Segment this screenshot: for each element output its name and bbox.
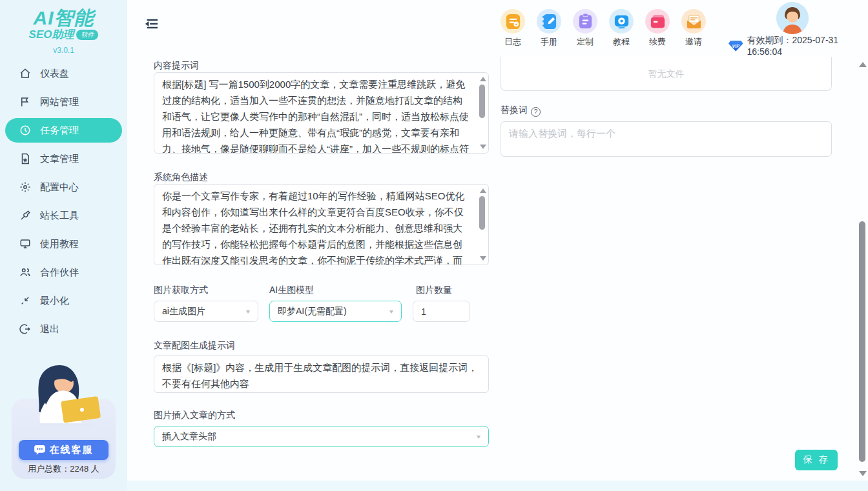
toolbar-item-manual[interactable]: 手册 bbox=[531, 9, 567, 48]
sidebar-item-label: 仪表盘 bbox=[40, 68, 69, 80]
user-avatar[interactable] bbox=[776, 2, 809, 34]
sidebar-item-partners[interactable]: 合作伙伴 bbox=[0, 258, 127, 286]
chat-bubble-icon bbox=[34, 445, 45, 455]
sidebar-item-label: 退出 bbox=[40, 323, 59, 336]
online-service-button[interactable]: 在线客服 bbox=[19, 440, 108, 460]
home-icon bbox=[19, 68, 31, 79]
textarea-scrollbar[interactable] bbox=[478, 74, 487, 152]
chevron-down-icon: ▾ bbox=[246, 308, 250, 315]
sidebar-item-dashboard[interactable]: 仪表盘 bbox=[0, 59, 127, 88]
scroll-thumb[interactable] bbox=[479, 196, 485, 230]
manual-icon bbox=[537, 9, 561, 34]
sidebar-menu: 仪表盘 网站管理 任务管理 文章管理 配置中心 站长工具 使用教程 合作伙伴 bbox=[0, 59, 127, 343]
ai-image-model-select[interactable]: 即梦AI(无需配置) ▾ bbox=[269, 301, 402, 322]
sidebar-item-label: 合作伙伴 bbox=[40, 266, 79, 279]
toolbar-item-custom[interactable]: 定制 bbox=[567, 9, 603, 48]
ai-image-model-label: AI生图模型 bbox=[269, 285, 314, 296]
wrench-icon bbox=[19, 210, 31, 221]
system-role-label: 系统角色描述 bbox=[154, 172, 208, 183]
chevron-down-icon: ▾ bbox=[389, 308, 393, 315]
sidebar-item-label: 网站管理 bbox=[40, 96, 79, 108]
minimize-icon bbox=[19, 295, 31, 306]
invite-icon bbox=[681, 9, 706, 34]
app-logo: AI智能 SEO助理 软件 v3.0.1 bbox=[0, 8, 127, 55]
toolbar-label: 邀请 bbox=[685, 36, 702, 48]
sidebar-item-label: 文章管理 bbox=[40, 153, 79, 165]
content-prompt-label: 内容提示词 bbox=[154, 60, 199, 72]
image-prompt-textarea[interactable]: 根据《[标题]》内容，生成用于生成文章配图的提示词，直接返回提示词，不要有任何其… bbox=[154, 356, 488, 392]
content-prompt-textarea[interactable]: 根据[标题] 写一篇1500到2000字的文章，文章需要注重思维跳跃，避免过度的… bbox=[154, 73, 488, 153]
image-count-label: 图片数量 bbox=[416, 285, 452, 296]
textarea-scrollbar[interactable] bbox=[478, 186, 487, 263]
image-prompt-field: 根据《[标题]》内容，生成用于生成文章配图的提示词，直接返回提示词，不要有任何其… bbox=[154, 356, 489, 393]
image-source-value: ai生成图片 bbox=[162, 306, 205, 317]
gear-icon bbox=[19, 181, 31, 193]
image-source-select[interactable]: ai生成图片 ▾ bbox=[154, 301, 258, 322]
ai-image-model-value: 即梦AI(无需配置) bbox=[278, 306, 347, 317]
image-insert-mode-value: 插入文章头部 bbox=[162, 431, 216, 443]
document-icon bbox=[19, 153, 31, 165]
system-role-field: 你是一个文章写作专家，有着超过10年的写作经验，精通网站SEO优化和内容创作，你… bbox=[154, 184, 489, 265]
scroll-down-arrow[interactable] bbox=[480, 145, 486, 149]
customer-service-illustration bbox=[21, 361, 106, 444]
scroll-thumb[interactable] bbox=[479, 85, 485, 118]
scroll-down-arrow[interactable] bbox=[480, 256, 486, 261]
collapse-sidebar-icon[interactable] bbox=[145, 18, 158, 30]
help-icon[interactable]: ? bbox=[531, 107, 541, 117]
sidebar-item-minimize[interactable]: 最小化 bbox=[0, 286, 127, 315]
vip-expiry-text: 有效期到：2025-07-31 16:56:04 bbox=[747, 35, 868, 57]
system-role-textarea[interactable]: 你是一个文章写作专家，有着超过10年的写作经验，精通网站SEO优化和内容创作，你… bbox=[154, 185, 488, 265]
replace-words-label-text: 替换词 bbox=[501, 105, 528, 115]
sidebar-item-label: 站长工具 bbox=[40, 210, 79, 222]
clock-icon bbox=[19, 125, 31, 136]
toolbar-label: 续费 bbox=[649, 36, 666, 48]
toolbar-item-renew[interactable]: 续费 bbox=[639, 9, 676, 48]
image-insert-mode-label: 图片插入文章的方式 bbox=[154, 410, 235, 421]
toolbar-item-tutorial[interactable]: 教程 bbox=[603, 9, 639, 48]
sidebar-item-logout[interactable]: 退出 bbox=[0, 315, 127, 343]
sidebar-item-config[interactable]: 配置中心 bbox=[0, 173, 127, 201]
flag-icon bbox=[19, 96, 31, 108]
sidebar-item-label: 任务管理 bbox=[40, 125, 79, 137]
scroll-up-arrow[interactable] bbox=[859, 62, 867, 67]
logo-line2: SEO助理 bbox=[29, 27, 74, 42]
sidebar-item-label: 配置中心 bbox=[40, 181, 79, 194]
toolbar-label: 定制 bbox=[577, 36, 594, 48]
file-list-box: 暂无文件 bbox=[501, 57, 832, 91]
image-source-label: 图片获取方式 bbox=[154, 285, 208, 296]
page-scrollbar[interactable] bbox=[858, 57, 867, 483]
chevron-down-icon: ▾ bbox=[477, 433, 480, 440]
replace-words-field bbox=[501, 121, 832, 157]
custom-icon bbox=[573, 9, 597, 34]
image-count-input[interactable] bbox=[413, 301, 470, 322]
scroll-up-arrow[interactable] bbox=[480, 77, 486, 81]
log-icon bbox=[501, 9, 525, 34]
sidebar-item-webmaster-tools[interactable]: 站长工具 bbox=[0, 201, 127, 230]
image-insert-mode-select[interactable]: 插入文章头部 ▾ bbox=[154, 426, 489, 447]
toolbar-item-invite[interactable]: 邀请 bbox=[676, 9, 712, 48]
content-prompt-field: 根据[标题] 写一篇1500到2000字的文章，文章需要注重思维跳跃，避免过度的… bbox=[154, 72, 489, 154]
sidebar-item-tutorials[interactable]: 使用教程 bbox=[0, 230, 127, 258]
app-version: v3.0.1 bbox=[0, 46, 127, 55]
scroll-down-arrow[interactable] bbox=[859, 471, 867, 476]
toolbar-label: 手册 bbox=[541, 36, 557, 48]
logo-badge: 软件 bbox=[76, 30, 98, 40]
toolbar-item-log[interactable]: 日志 bbox=[495, 9, 531, 48]
toolbar-label: 教程 bbox=[613, 36, 630, 48]
vip-status: VIP 有效期到：2025-07-31 16:56:04 bbox=[728, 35, 868, 57]
replace-words-textarea[interactable] bbox=[501, 122, 831, 156]
user-count: 用户总数：2248 人 bbox=[0, 463, 127, 475]
scroll-up-arrow[interactable] bbox=[480, 188, 486, 193]
scroll-thumb[interactable] bbox=[859, 221, 865, 462]
sidebar-item-articles[interactable]: 文章管理 bbox=[0, 145, 127, 173]
save-button[interactable]: 保 存 bbox=[795, 450, 838, 470]
no-file-text: 暂无文件 bbox=[648, 68, 685, 80]
sidebar-item-websites[interactable]: 网站管理 bbox=[0, 88, 127, 116]
sidebar: AI智能 SEO助理 软件 v3.0.1 仪表盘 网站管理 任务管理 文章管理 … bbox=[0, 0, 127, 491]
sidebar-item-tasks[interactable]: 任务管理 bbox=[5, 118, 122, 143]
replace-words-label: 替换词? bbox=[501, 105, 541, 117]
toolbar-label: 日志 bbox=[504, 36, 521, 48]
sidebar-item-label: 最小化 bbox=[40, 295, 69, 307]
logout-icon bbox=[19, 323, 31, 335]
header-toolbar: 日志 手册 定制 教程 续费 邀请 bbox=[495, 9, 712, 48]
